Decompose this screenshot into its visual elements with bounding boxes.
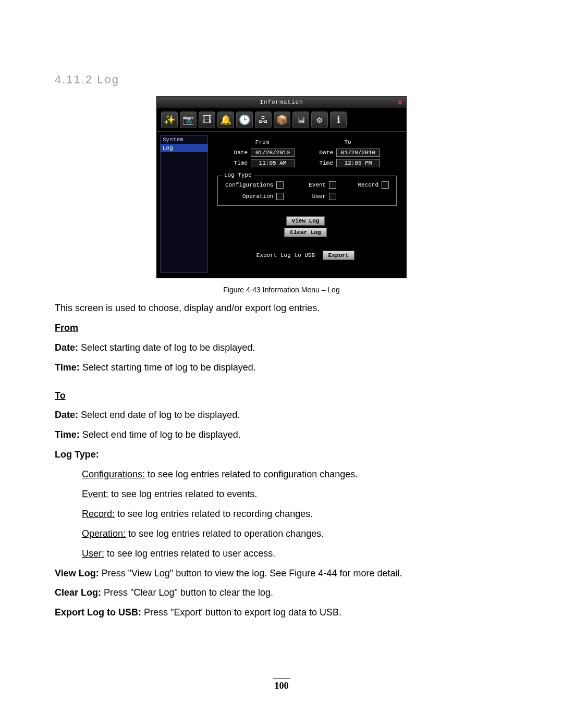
from-date-label: Date: [230, 150, 248, 156]
camera-icon[interactable]: 📷: [180, 112, 197, 128]
sidebar-item-system[interactable]: System: [161, 135, 207, 144]
export-button[interactable]: Export: [323, 251, 355, 260]
viewlog-term: View Log:: [55, 568, 99, 578]
to-date-desc: Select end date of log to be displayed.: [78, 410, 240, 420]
from-header: From: [230, 139, 295, 145]
view-log-button[interactable]: View Log: [286, 216, 325, 226]
from-time-label: Time: [230, 160, 248, 166]
from-date-desc: Select starting date of log to be displa…: [78, 342, 255, 353]
export-label: Export Log to USB: [256, 252, 315, 258]
check-user[interactable]: [329, 193, 336, 200]
clearlog-term: Clear Log:: [55, 587, 101, 598]
alarm-icon[interactable]: 🔔: [217, 112, 234, 128]
logtype-subhead: Log Type:: [55, 449, 99, 460]
toolbar: ✨ 📷 🎞 🔔 🕒 🖧 📦 🖥 ⚙ ℹ: [157, 108, 406, 132]
export-desc: Press "Export' button to export log data…: [141, 607, 341, 618]
page-number: 100: [0, 678, 563, 692]
lt-user-desc: to see log entries related to user acces…: [104, 548, 275, 559]
figure-caption: Figure 4-43 Information Menu – Log: [55, 286, 508, 294]
clearlog-desc: Press "Clear Log" button to clear the lo…: [101, 587, 273, 598]
from-time-field[interactable]: 11:05 AM: [251, 159, 295, 167]
to-time-field[interactable]: 12:05 PM: [336, 159, 380, 167]
lt-op-desc: to see log entries related to operation …: [126, 528, 324, 539]
clear-log-button[interactable]: Clear Log: [284, 228, 326, 237]
dvr-screenshot: Information × ✨ 📷 🎞 🔔 🕒 🖧 📦 🖥 ⚙ ℹ System…: [156, 96, 407, 278]
body-text: This screen is used to choose, display a…: [55, 301, 508, 620]
to-time-label: Time: [315, 160, 333, 166]
check-record-label: Record: [358, 182, 378, 188]
wizard-icon[interactable]: ✨: [161, 112, 178, 128]
check-operation-label: Operation: [242, 193, 273, 200]
to-time-term: Time:: [55, 429, 80, 440]
check-configurations[interactable]: [276, 181, 284, 189]
intro-text: This screen is used to choose, display a…: [55, 301, 508, 316]
to-header: To: [315, 139, 380, 145]
window-titlebar: Information ×: [157, 96, 406, 108]
to-date-field[interactable]: 01/28/2010: [336, 149, 380, 157]
from-date-field[interactable]: 01/28/2010: [251, 149, 295, 157]
logtype-box: Log Type Configurations Event Record Ope…: [217, 176, 397, 206]
record-icon[interactable]: 🎞: [199, 112, 215, 128]
info-icon[interactable]: ℹ: [330, 112, 347, 128]
sidebar: System Log: [160, 135, 208, 273]
lt-event-desc: to see log entries related to events.: [108, 489, 257, 499]
check-event[interactable]: [329, 181, 336, 189]
logtype-legend: Log Type: [222, 172, 254, 178]
to-date-term: Date:: [55, 410, 78, 420]
main-panel: From Date 01/28/2010 Time 11:05 AM To: [210, 132, 406, 278]
lt-event-term: Event:: [82, 489, 108, 499]
section-heading: 4.11.2 Log: [55, 73, 508, 87]
lt-conf-term: Configurations:: [82, 469, 145, 479]
from-time-term: Time:: [55, 362, 80, 373]
schedule-icon[interactable]: 🕒: [236, 112, 253, 128]
window-title: Information: [260, 99, 303, 105]
lt-record-desc: to see log entries related to recording …: [115, 509, 313, 519]
sidebar-item-log[interactable]: Log: [161, 144, 207, 152]
display-icon[interactable]: 🖥: [292, 112, 309, 128]
storage-icon[interactable]: 📦: [274, 112, 290, 128]
from-date-term: Date:: [55, 342, 78, 353]
settings-icon[interactable]: ⚙: [311, 112, 328, 128]
check-configurations-label: Configurations: [225, 182, 273, 188]
to-time-desc: Select end time of log to be displayed.: [80, 429, 241, 440]
check-event-label: Event: [309, 182, 326, 188]
from-subhead: From: [55, 323, 78, 333]
check-user-label: User: [312, 193, 326, 200]
lt-record-term: Record:: [82, 509, 115, 519]
check-operation[interactable]: [276, 193, 284, 200]
viewlog-desc: Press "View Log" button to view the log.…: [99, 568, 402, 578]
lt-op-term: Operation:: [82, 528, 126, 539]
to-subhead: To: [55, 390, 66, 401]
network-icon[interactable]: 🖧: [255, 112, 272, 128]
lt-user-term: User:: [82, 548, 104, 559]
export-term: Export Log to USB:: [55, 607, 141, 618]
close-icon[interactable]: ×: [397, 97, 403, 109]
lt-conf-desc: to see log entries related to configurat…: [145, 469, 358, 479]
from-time-desc: Select starting time of log to be displa…: [80, 362, 256, 373]
check-record[interactable]: [382, 181, 389, 189]
to-date-label: Date: [315, 150, 333, 156]
